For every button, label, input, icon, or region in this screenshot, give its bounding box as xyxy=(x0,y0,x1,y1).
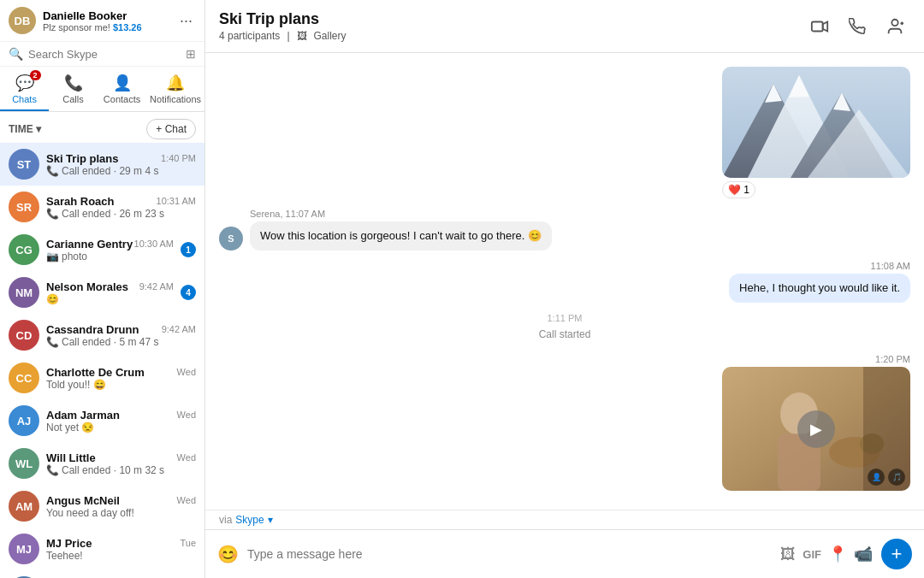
calls-icon: 📞 xyxy=(64,74,83,92)
list-item[interactable]: AM Angus McNeil Wed You need a day off! xyxy=(0,485,204,528)
chat-name: Sarah Roach xyxy=(46,195,114,208)
avatar: CC xyxy=(9,363,39,393)
system-message: Call started xyxy=(539,325,591,344)
chat-name: Ski Trip plans xyxy=(46,152,119,165)
avatar: MJ xyxy=(9,534,39,564)
image-attach-button[interactable]: 🖼 xyxy=(780,546,796,563)
new-chat-button[interactable]: + Chat xyxy=(146,119,196,139)
contacts-icon: 👤 xyxy=(113,74,132,92)
system-time: 1:11 PM xyxy=(548,313,583,323)
video-message[interactable]: ▶ 👤 🎵 xyxy=(722,367,910,491)
image-message[interactable] xyxy=(722,67,910,178)
svg-rect-0 xyxy=(812,21,823,31)
page-title: Ski Trip plans xyxy=(219,10,346,28)
message-bubble: Wow this location is gorgeous! I can't w… xyxy=(250,221,552,251)
grid-icon[interactable]: ⊞ xyxy=(186,47,196,61)
video-icons: 👤 🎵 xyxy=(868,469,905,486)
add-participant-button[interactable] xyxy=(880,11,910,42)
notifications-icon: 🔔 xyxy=(166,74,185,92)
tab-calls[interactable]: 📞 Calls xyxy=(49,67,98,111)
gif-button[interactable]: GIF xyxy=(803,548,821,561)
chat-header-sub: 4 participants | 🖼 Gallery xyxy=(219,30,346,42)
chat-time: 10:30 AM xyxy=(134,239,174,249)
list-item[interactable]: CG Carianne Gentry 10:30 AM 📷 photo 1 xyxy=(0,228,204,271)
play-button[interactable]: ▶ xyxy=(797,410,835,448)
chat-preview: Not yet 😒 xyxy=(46,422,196,434)
video-message-button[interactable]: 📹 xyxy=(854,545,873,563)
chat-item-body: Cassandra Drunn 9:42 AM 📞 Call ended · 5… xyxy=(46,323,196,348)
msg-row: 1:20 PM xyxy=(219,354,910,491)
chat-preview: Told you!! 😄 xyxy=(46,379,196,391)
input-actions: 🖼 GIF 📍 📹 xyxy=(780,545,873,563)
video-call-button[interactable] xyxy=(804,11,835,42)
sidebar: DB Danielle Booker Plz sponsor me! $13.2… xyxy=(0,0,205,578)
list-item[interactable]: AJ Adam Jarman Wed Not yet 😒 xyxy=(0,399,204,442)
add-button[interactable]: + xyxy=(881,539,912,569)
list-item[interactable]: ST Ski Trip plans 1:40 PM 📞 Call ended ·… xyxy=(0,143,204,186)
avatar: AJ xyxy=(9,405,39,436)
tab-notifications[interactable]: 🔔 Notifications xyxy=(146,67,204,111)
camera-icon: 👤 xyxy=(868,469,885,486)
chat-preview: Teehee! xyxy=(46,550,196,562)
avatar: CG xyxy=(9,234,39,265)
chat-item-body: Adam Jarman Wed Not yet 😒 xyxy=(46,409,196,434)
tab-contacts[interactable]: 👤 Contacts xyxy=(98,67,146,111)
list-item[interactable]: DS Dianne Stevens, Sarah Roach Tue 📄 Mee… xyxy=(0,570,204,578)
chat-preview: 📞 Call ended · 5 m 47 s xyxy=(46,336,196,348)
message-time: 1:20 PM xyxy=(875,354,910,364)
message-input[interactable] xyxy=(247,547,772,561)
chat-item-body: MJ Price Tue Teehee! xyxy=(46,537,196,562)
voice-call-button[interactable] xyxy=(842,11,873,42)
chevron-down-icon: ▾ xyxy=(36,123,41,135)
list-item[interactable]: CD Cassandra Drunn 9:42 AM 📞 Call ended … xyxy=(0,314,204,357)
message-input-area: 😊 🖼 GIF 📍 📹 + xyxy=(205,529,924,578)
chat-preview: 😊 xyxy=(46,293,174,305)
reaction-badge[interactable]: ❤️ 1 xyxy=(722,181,755,198)
avatar: ST xyxy=(9,149,39,180)
chat-preview: 📞 Call ended · 10 m 32 s xyxy=(46,464,196,476)
chat-time: 1:40 PM xyxy=(161,153,196,163)
via-skype-label: via Skype ▾ xyxy=(205,510,924,529)
chat-time: Wed xyxy=(177,495,196,505)
list-item[interactable]: MJ MJ Price Tue Teehee! xyxy=(0,528,204,570)
mic-icon: 🎵 xyxy=(888,469,905,486)
time-sort-btn[interactable]: TIME ▾ xyxy=(9,123,41,135)
unread-badge: 1 xyxy=(181,242,196,257)
chat-name: Will Little xyxy=(46,451,96,464)
message-bubble: Hehe, I thought you would like it. xyxy=(729,274,910,303)
chat-item-body: Carianne Gentry 10:30 AM 📷 photo xyxy=(46,238,174,262)
chat-item-body: Sarah Roach 10:31 AM 📞 Call ended · 26 m… xyxy=(46,195,196,220)
list-item[interactable]: CC Charlotte De Crum Wed Told you!! 😄 xyxy=(0,357,204,399)
avatar: AM xyxy=(9,491,39,522)
search-icon: 🔍 xyxy=(9,47,23,61)
avatar: CD xyxy=(9,320,39,351)
chat-preview: 📞 Call ended · 29 m 4 s xyxy=(46,165,196,177)
chat-time: Tue xyxy=(180,538,196,548)
list-item[interactable]: NM Nelson Morales 9:42 AM 😊 4 xyxy=(0,271,204,314)
profile-info: Danielle Booker Plz sponsor me! $13.26 xyxy=(43,9,169,32)
chat-item-body: Angus McNeil Wed You need a day off! xyxy=(46,494,196,519)
chat-item-body: Ski Trip plans 1:40 PM 📞 Call ended · 29… xyxy=(46,152,196,177)
avatar: NM xyxy=(9,277,39,308)
profile-bar: DB Danielle Booker Plz sponsor me! $13.2… xyxy=(0,0,204,42)
chat-time: 10:31 AM xyxy=(157,196,196,206)
emoji-button[interactable]: 😊 xyxy=(217,544,239,564)
avatar: WL xyxy=(9,448,39,479)
chat-name: Nelson Morales xyxy=(46,280,128,293)
chat-preview: You need a day off! xyxy=(46,507,196,519)
tab-chats[interactable]: 💬2 Chats xyxy=(0,67,49,111)
chat-time: Wed xyxy=(177,410,196,420)
more-button[interactable]: ··· xyxy=(176,9,196,33)
chat-header: Ski Trip plans 4 participants | 🖼 Galler… xyxy=(205,0,924,53)
location-button[interactable]: 📍 xyxy=(828,545,847,563)
list-item[interactable]: SR Sarah Roach 10:31 AM 📞 Call ended · 2… xyxy=(0,186,204,228)
chat-name: MJ Price xyxy=(46,537,92,550)
profile-name: Danielle Booker xyxy=(43,9,169,22)
list-item[interactable]: WL Will Little Wed 📞 Call ended · 10 m 3… xyxy=(0,442,204,485)
chevron-down-icon: ▾ xyxy=(268,514,273,526)
search-bar: 🔍 ⊞ xyxy=(0,42,204,67)
search-input[interactable] xyxy=(28,48,181,61)
unread-badge: 4 xyxy=(181,285,196,300)
msg-row: 11:08 AM Hehe, I thought you would like … xyxy=(219,261,910,303)
chat-time: 9:42 AM xyxy=(139,281,174,292)
